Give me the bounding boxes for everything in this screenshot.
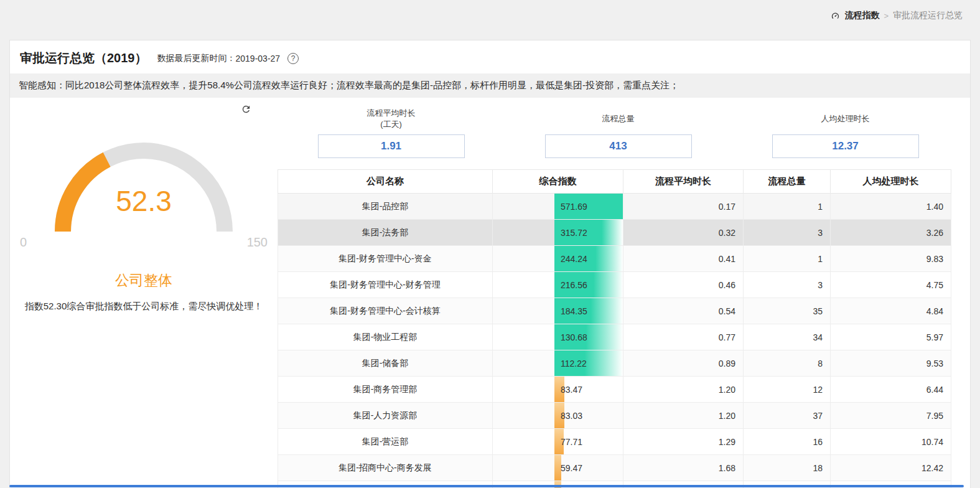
- avg-duration-cell: 0.77: [623, 324, 744, 350]
- company-name-cell: 集团-财务管理中心-会计核算: [278, 298, 493, 324]
- composite-index-cell: 184.35: [493, 298, 623, 324]
- avg-duration-cell: 0.89: [623, 350, 744, 377]
- column-header-per-capita: 人均处理时长: [831, 170, 951, 194]
- table-row[interactable]: 集团-品控部571.690.1711.40: [278, 194, 951, 220]
- help-icon[interactable]: ?: [287, 53, 299, 64]
- index-value: 130.68: [561, 332, 587, 342]
- total-count-cell: 8: [744, 350, 831, 377]
- column-header-composite-index: 综合指数: [493, 170, 623, 194]
- avg-duration-cell: 1.29: [623, 429, 744, 455]
- refresh-icon[interactable]: [241, 104, 251, 115]
- composite-index-cell: 244.24: [493, 246, 623, 272]
- composite-index-cell: 130.68: [493, 324, 623, 350]
- company-name-cell: 集团-财务管理中心-资金: [278, 246, 493, 272]
- company-name-cell: 集团-品控部: [278, 194, 493, 220]
- content: 52.3 0 150 公司整体 指数52.30综合审批指数低于公司标准，需尽快调…: [10, 98, 970, 488]
- table-row[interactable]: 集团-营运部77.711.291610.74: [278, 429, 951, 455]
- kpi-per-capita-duration: 人均处理时长 12.37: [732, 106, 959, 158]
- table-row[interactable]: 集团-招商中心-商务发展59.471.681812.42: [278, 455, 951, 481]
- index-value: 184.35: [561, 306, 587, 316]
- avg-duration-cell: 0.54: [623, 298, 744, 324]
- right-panel: 流程平均时长 (工天) 1.91 流程总量 413 人均处理时长: [278, 98, 970, 488]
- column-header-total-count: 流程总量: [744, 170, 831, 194]
- last-updated-date: 2019-03-27: [236, 54, 281, 63]
- kpi-avg-duration: 流程平均时长 (工天) 1.91: [278, 106, 505, 158]
- composite-index-cell: 59.47: [493, 455, 623, 481]
- composite-index-cell: 216.56: [493, 272, 623, 298]
- horizontal-scrollbar-thumb[interactable]: [9, 485, 964, 487]
- composite-index-cell: 77.71: [493, 429, 623, 455]
- kpi-total-count: 流程总量 413: [505, 106, 732, 158]
- total-count-cell: 3: [744, 272, 831, 298]
- index-value: 216.56: [561, 280, 587, 290]
- avg-duration-cell: 0.17: [623, 194, 744, 220]
- index-value: 83.47: [561, 385, 582, 395]
- kpi-sublabel: (工天): [380, 119, 402, 130]
- avg-duration-cell: 0.32: [623, 220, 744, 246]
- company-name-cell: 集团-财务管理中心-财务管理: [278, 272, 493, 298]
- kpi-label: 人均处理时长: [821, 113, 870, 124]
- index-value: 83.03: [561, 411, 582, 421]
- per-capita-cell: 6.44: [831, 377, 951, 403]
- table-row[interactable]: 集团-物业工程部130.680.77345.97: [278, 324, 951, 350]
- company-name-cell: 集团-储备部: [278, 350, 493, 377]
- company-name-cell: 集团-法务部: [278, 220, 493, 246]
- per-capita-cell: 10.74: [831, 429, 951, 455]
- per-capita-cell: 7.95: [831, 403, 951, 429]
- table-row[interactable]: 集团-商务管理部83.471.20126.44: [278, 377, 951, 403]
- table-row[interactable]: 集团-人力资源部83.031.20377.95: [278, 403, 951, 429]
- gauge-max-label: 150: [247, 235, 268, 250]
- per-capita-cell: 9.53: [831, 350, 951, 377]
- kpi-label: 流程总量: [602, 113, 635, 124]
- breadcrumb: 流程指数 > 审批流程运行总览: [831, 10, 963, 21]
- topbar: 流程指数 > 审批流程运行总览: [0, 0, 980, 31]
- index-value: 112.22: [561, 359, 587, 368]
- insight-bar: 智能感知：同比2018公司整体流程效率，提升58.4%公司流程效率运行良好；流程…: [10, 73, 970, 98]
- index-value: 59.47: [561, 463, 582, 473]
- per-capita-cell: 5.97: [831, 324, 951, 350]
- total-count-cell: 34: [744, 324, 831, 350]
- kpi-value-box: 1.91: [318, 134, 465, 158]
- company-name-cell: 集团-物业工程部: [278, 324, 493, 350]
- table-row[interactable]: 集团-财务管理中心-会计核算184.350.54354.84: [278, 298, 951, 324]
- kpi-row: 流程平均时长 (工天) 1.91 流程总量 413 人均处理时长: [278, 106, 959, 158]
- index-value: 77.71: [561, 437, 582, 447]
- avg-duration-cell: 0.41: [623, 246, 744, 272]
- company-name-cell: 集团-人力资源部: [278, 403, 493, 429]
- table-row[interactable]: 集团-财务管理中心-财务管理216.560.4634.75: [278, 272, 951, 298]
- company-index-table: 公司名称 综合指数 流程平均时长 流程总量 人均处理时长 集团-品控部571.6…: [278, 169, 951, 488]
- total-count-cell: 1: [744, 246, 831, 272]
- per-capita-cell: 9.83: [831, 246, 951, 272]
- per-capita-cell: 1.40: [831, 194, 951, 220]
- avg-duration-cell: 1.68: [623, 455, 744, 481]
- table-row[interactable]: 集团-储备部112.220.8989.53: [278, 350, 951, 377]
- total-count-cell: 37: [744, 403, 831, 429]
- total-count-cell: 3: [744, 220, 831, 246]
- kpi-value-box: 413: [545, 134, 692, 158]
- avg-duration-cell: 1.20: [623, 403, 744, 429]
- kpi-value-box: 12.37: [772, 134, 919, 158]
- composite-index-cell: 83.03: [493, 403, 623, 429]
- per-capita-cell: 4.75: [831, 272, 951, 298]
- gauge-panel: 52.3 0 150 公司整体 指数52.30综合审批指数低于公司标准，需尽快调…: [10, 98, 278, 488]
- column-header-avg-duration: 流程平均时长: [623, 170, 744, 194]
- total-count-cell: 35: [744, 298, 831, 324]
- page-title: 审批运行总览（2019）: [20, 50, 147, 67]
- composite-index-cell: 112.22: [493, 350, 623, 377]
- table-row[interactable]: 集团-财务管理中心-资金244.240.4119.83: [278, 246, 951, 272]
- total-count-cell: 1: [744, 194, 831, 220]
- avg-duration-cell: 0.46: [623, 272, 744, 298]
- company-name-cell: 集团-招商中心-商务发展: [278, 455, 493, 481]
- kpi-label: 流程平均时长: [367, 108, 416, 119]
- gauge-description: 指数52.30综合审批指数低于公司标准，需尽快调优处理！: [21, 299, 267, 314]
- table-row[interactable]: 集团-法务部315.720.3233.26: [278, 220, 951, 246]
- breadcrumb-separator: >: [884, 11, 889, 21]
- index-value: 315.72: [561, 228, 587, 238]
- index-value: 244.24: [561, 254, 587, 264]
- breadcrumb-section[interactable]: 流程指数: [844, 10, 879, 21]
- total-count-cell: 16: [744, 429, 831, 455]
- column-header-company-name: 公司名称: [278, 170, 493, 194]
- composite-index-cell: 315.72: [493, 220, 623, 246]
- breadcrumb-current-page: 审批流程运行总览: [893, 10, 963, 21]
- per-capita-cell: 12.42: [831, 455, 951, 481]
